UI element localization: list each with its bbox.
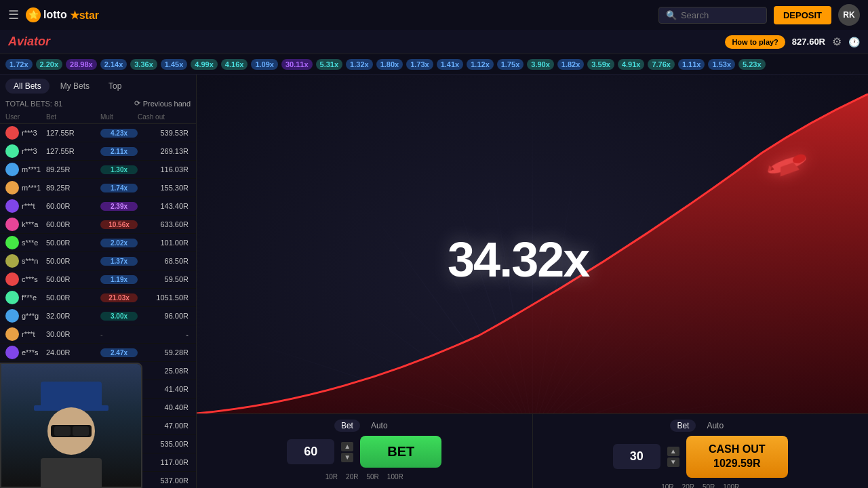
quick-100r-1[interactable]: 100R <box>384 472 406 482</box>
multiplier-badge[interactable]: 3.36x <box>130 59 157 70</box>
quick-10r-1[interactable]: 10R <box>323 472 340 482</box>
tab-my-bets[interactable]: My Bets <box>52 79 98 94</box>
cashout-cell: 1051.50R <box>138 293 189 302</box>
previous-hand-button[interactable]: ⟳ Previous hand <box>134 99 191 108</box>
table-row: r***t 60.00R 2.39x 143.40R <box>0 197 196 216</box>
multiplier-badge[interactable]: 3.90x <box>527 59 554 70</box>
table-row: m***1 89.25R 1.30x 116.03R <box>0 161 196 179</box>
multiplier-badge[interactable]: 1.32x <box>346 59 373 70</box>
multiplier-badge[interactable]: 1.12x <box>467 59 494 70</box>
quick-20r-2[interactable]: 20R <box>679 482 697 488</box>
username: r***3 <box>22 147 37 155</box>
user-avatar-dot <box>5 126 19 140</box>
quick-50r-2[interactable]: 50R <box>700 482 717 488</box>
username: s***n <box>22 257 38 265</box>
how-to-play-button[interactable]: How to play? <box>725 35 785 49</box>
stepper-up-1[interactable]: ▲ <box>341 442 353 451</box>
multiplier-badge[interactable]: 2.14x <box>100 59 127 70</box>
mult-pill: 10.56x <box>100 220 138 229</box>
tab-auto-1[interactable]: Auto <box>364 420 395 432</box>
bet-amount: 50.00R <box>46 275 100 283</box>
bet-amount: 89.25R <box>46 165 100 174</box>
multiplier-badge[interactable]: 1.11x <box>678 59 705 70</box>
stepper-down-2[interactable]: ▼ <box>667 458 679 467</box>
multiplier-badge[interactable]: 1.80x <box>376 59 403 70</box>
quick-amounts-1: 10R 20R 50R 100R <box>208 472 521 482</box>
hamburger-menu-icon[interactable]: ☰ <box>8 7 19 22</box>
col-mult: Mult <box>100 113 138 121</box>
cashout-panel-inner: 30 ▲ ▼ CASH OUT 1029.59R <box>544 436 858 478</box>
multiplier-badge[interactable]: 7.76x <box>648 59 675 70</box>
multiplier-badge[interactable]: 4.16x <box>221 59 248 70</box>
search-input[interactable] <box>681 10 762 20</box>
bet-amount: 127.55R <box>46 129 100 137</box>
big-multiplier: 34.32x <box>448 232 589 287</box>
quick-50r-1[interactable]: 50R <box>363 472 381 482</box>
search-icon: 🔍 <box>666 10 677 20</box>
balance-display: 827.60R <box>792 37 825 47</box>
multiplier-badge[interactable]: 5.23x <box>738 59 766 70</box>
bet-amount: 60.00R <box>46 202 100 210</box>
username: r***3 <box>22 129 37 137</box>
tab-bet-2[interactable]: Bet <box>670 420 696 432</box>
deposit-button[interactable]: DEPOSIT <box>774 6 831 24</box>
clock-icon[interactable]: 🕐 <box>848 37 860 47</box>
search-box[interactable]: 🔍 <box>658 7 767 24</box>
multiplier-badge[interactable]: 4.99x <box>191 59 218 70</box>
user-avatar-dot <box>5 272 19 286</box>
mult-pill: 1.37x <box>100 257 138 266</box>
multiplier-badge[interactable]: 1.41x <box>437 59 464 70</box>
mult-pill: 1.19x <box>100 275 138 284</box>
mult-pill: 21.03x <box>100 293 138 302</box>
bet-stepper-1: ▲ ▼ <box>341 442 353 462</box>
bets-table-header: User Bet Mult Cash out <box>0 110 196 124</box>
bet-button[interactable]: BET <box>360 436 441 468</box>
cashout-cell: 47.00R <box>138 422 189 430</box>
multiplier-badge[interactable]: 1.75x <box>497 59 524 70</box>
multiplier-badge[interactable]: 1.82x <box>557 59 585 70</box>
multiplier-badge[interactable]: 30.11x <box>281 59 313 70</box>
bet-panel-1: Bet Auto 60 ▲ ▼ BET 10R 20R 50R 100R <box>197 414 533 488</box>
cashout-amount: 1029.59R <box>713 458 760 469</box>
multiplier-badge[interactable]: 1.09x <box>251 59 278 70</box>
user-cell: m***1 <box>5 181 46 195</box>
username: m***1 <box>22 165 41 174</box>
quick-20r-1[interactable]: 20R <box>343 472 361 482</box>
tab-all-bets[interactable]: All Bets <box>5 79 50 94</box>
multiplier-badge[interactable]: 1.45x <box>161 59 188 70</box>
bet-amount: 30.00R <box>46 330 100 338</box>
multiplier-strip: 1.72x2.20x28.98x2.14x3.36x1.45x4.99x4.16… <box>0 54 868 75</box>
history-icon: ⟳ <box>134 99 140 108</box>
multiplier-badge[interactable]: 4.91x <box>618 59 645 70</box>
stepper-down-1[interactable]: ▼ <box>341 453 353 462</box>
multiplier-badge[interactable]: 28.98x <box>66 59 97 70</box>
face <box>47 407 95 455</box>
lens-left <box>54 426 71 436</box>
cashout-button[interactable]: CASH OUT 1029.59R <box>686 436 788 478</box>
multiplier-badge[interactable]: 1.73x <box>406 59 433 70</box>
tab-auto-2[interactable]: Auto <box>700 420 730 432</box>
username: k***a <box>22 220 38 228</box>
stepper-up-2[interactable]: ▲ <box>667 447 679 456</box>
multiplier-badge[interactable]: 1.72x <box>5 59 33 70</box>
table-row: r***3 127.55R 2.11x 269.13R <box>0 142 196 161</box>
logo: ⭐ lotto ★star <box>26 7 99 22</box>
user-cell: e***s <box>5 346 46 359</box>
table-row: e***s 24.00R 2.47x 59.28R <box>0 344 196 362</box>
multiplier-badge[interactable]: 3.59x <box>587 59 614 70</box>
bet-amount: 24.00R <box>46 348 100 357</box>
bet-stepper-2: ▲ ▼ <box>667 447 679 467</box>
logo-badge: ⭐ <box>26 7 41 22</box>
col-cashout: Cash out <box>138 113 189 121</box>
settings-icon[interactable]: ⚙ <box>832 35 842 48</box>
avatar[interactable]: RK <box>838 4 860 26</box>
quick-100r-2[interactable]: 100R <box>720 482 742 488</box>
multiplier-badge[interactable]: 1.53x <box>708 59 735 70</box>
quick-10r-2[interactable]: 10R <box>658 482 676 488</box>
tab-top[interactable]: Top <box>100 79 130 94</box>
user-cell: s***e <box>5 236 46 249</box>
user-cell: r***3 <box>5 144 46 158</box>
multiplier-badge[interactable]: 5.31x <box>316 59 343 70</box>
tab-bet-1[interactable]: Bet <box>334 420 360 432</box>
multiplier-badge[interactable]: 2.20x <box>36 59 63 70</box>
